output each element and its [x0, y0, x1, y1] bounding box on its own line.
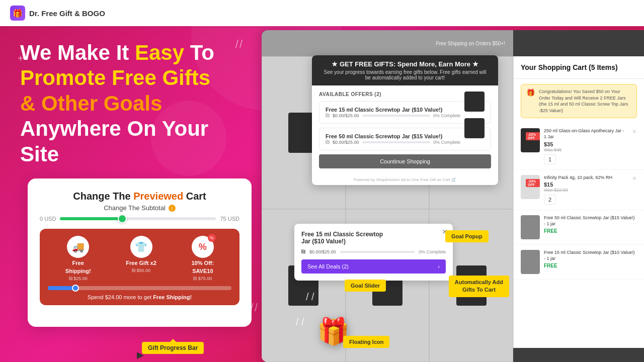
cart-item-4-name: Free 15 ml Classic Screwtop Jar ($10 Val…	[544, 250, 637, 261]
cart-item-1-info: 250 ml Glass-on-Glass Apothecary Jar - 1…	[544, 128, 628, 164]
cart-item-4: Free 15 ml Classic Screwtop Jar ($10 Val…	[514, 245, 644, 280]
cart-item-1-qty[interactable]: 1	[544, 154, 556, 164]
cart-item-3-img	[521, 215, 540, 239]
offer-2-pct: 0% Complete	[433, 140, 460, 145]
shipping-bar: Free Shipping on Orders $50+!	[262, 30, 513, 56]
cart-item-1-was: Was $45	[544, 147, 628, 152]
offer-2-progress: ₪ $0.00/$25.00 0% Complete	[326, 139, 460, 145]
step-2: 👕 Free Gift x2 ₪ $50.00	[126, 236, 156, 281]
goal-slider-title: Free 15 ml Classic ScrewtopJar ($10 Valu…	[301, 231, 446, 245]
progress-message: Spend $24.00 more to get Free Shipping!	[48, 294, 231, 300]
powered-by: Powered by ShopDoctors' All-In-One Free …	[312, 174, 498, 185]
offer-2-icon: ₪	[326, 139, 330, 145]
heading-line1-end: To	[184, 41, 214, 64]
progress-bar-fill	[48, 286, 75, 290]
goal-popup-subtitle: See your progress towards earning free g…	[319, 69, 491, 80]
cart-preview-title: Change The Previewed Cart	[40, 191, 239, 202]
step-3-save: SAVE10	[192, 268, 213, 274]
offer-1-img	[464, 92, 485, 112]
offer-item-2: Free 50 ml Classic Screwtop Jar ($15 Val…	[319, 128, 491, 150]
heading-goals: & Other Goals	[20, 92, 162, 115]
heading-easy: Easy	[135, 41, 184, 64]
info-dot: i	[169, 205, 176, 212]
cart-preview-card: Change The Previewed Cart Change The Sub…	[28, 178, 252, 327]
cart-item-3-info: Free 50 ml Classic Screwtop Jar ($15 Val…	[544, 215, 637, 233]
step-3-amount: ₪ $75.00	[193, 276, 212, 281]
goal-popup-callout-label: Goal Popup	[445, 230, 489, 242]
cart-item-3-name: Free 50 ml Classic Screwtop Jar ($15 Val…	[544, 215, 637, 227]
step-1-amount: ₪ $25.00	[69, 276, 88, 281]
slider-thumb	[118, 214, 127, 223]
cart-banner: 🎁 Congratulations! You Saved $50 on Your…	[521, 84, 637, 118]
right-section: Free Shipping on Orders $50+! ★ GET FREE…	[262, 30, 644, 362]
heading-site: Site	[20, 142, 59, 166]
main-heading: We Make It Easy To Promote Free Gifts & …	[20, 40, 262, 167]
offer-1-title: Free 15 ml Classic Screwtop Jar ($10 Val…	[326, 107, 460, 113]
cart-item-2-name: Infinity Pack 4g, 10 pack, 62% RH	[544, 175, 628, 181]
gift-progress-callout: Gift Progress Bar	[142, 342, 204, 354]
goal-popup-header: ★ GET FREE GIFTS: Spend More, Earn More …	[312, 55, 498, 85]
cart-item-2-img	[521, 175, 540, 199]
goal-slider-progress: ₪ $0.00/$25.00 0% Complete	[301, 249, 446, 254]
heading-line1-plain: We Make It	[20, 41, 135, 64]
see-all-deals-btn[interactable]: See All Deals (2) ›	[301, 259, 446, 274]
goal-popup-title: ★ GET FREE GIFTS: Spend More, Earn More …	[319, 60, 491, 68]
step-2-amount: ₪ $50.00	[132, 268, 150, 273]
heading-promote: Promote Free Gifts	[20, 66, 210, 89]
goal-slider-callout-label: Goal Slider	[345, 280, 386, 292]
cart-item-2-remove[interactable]: ✕	[632, 175, 637, 182]
cart-item-1-name: 250 ml Glass-on-Glass Apothecary Jar - 1…	[544, 128, 628, 140]
cart-item-1-remove[interactable]: ✕	[632, 128, 637, 135]
cart-item-3-free: FREE	[544, 228, 637, 234]
cart-item-4-free: FREE	[544, 263, 637, 268]
cart-item-2-qty[interactable]: 2	[544, 195, 556, 205]
cart-item-1-price: $35	[544, 141, 628, 147]
offer-row-2: Free 50 ml Classic Screwtop Jar ($15 Val…	[326, 133, 485, 145]
goal-slider-pct: 0% Complete	[419, 249, 446, 254]
goal-slider: ✕ Free 15 ml Classic ScrewtopJar ($10 Va…	[294, 224, 453, 281]
logo-text: Dr. Free Gift & BOGO	[29, 9, 105, 18]
step-2-label: Free Gift x2	[126, 260, 156, 266]
step-1-sublabel: Shipping!	[65, 268, 91, 274]
goal-popup: ★ GET FREE GIFTS: Spend More, Earn More …	[312, 55, 498, 185]
step-2-icon: 👕	[130, 236, 152, 258]
step-3-label: 10% Off:	[192, 260, 214, 266]
progress-widget: 🚚 Free Shipping! ₪ $25.00 👕 Free Gift x2…	[40, 229, 239, 305]
left-content: We Make It Easy To Promote Free Gifts & …	[20, 40, 262, 171]
floating-icon-callout-label: Floating Icon	[343, 336, 389, 348]
cart-item-4-info: Free 15 ml Classic Screwtop Jar ($10 Val…	[544, 250, 637, 268]
slider-row: 0 USD 75 USD	[40, 216, 239, 222]
chevron-right-icon: ›	[438, 263, 440, 269]
goal-slider-icon: ₪	[301, 249, 305, 254]
continue-shopping-btn[interactable]: Countinue Shopping	[319, 154, 491, 168]
step-1-icon: 🚚	[67, 236, 89, 258]
cart-item-1: -22% OFF 250 ml Glass-on-Glass Apothecar…	[514, 123, 644, 169]
slider-max: 75 USD	[220, 216, 239, 222]
cart-item-2-badge: -33% OFF	[526, 179, 540, 187]
header: 🎁 Dr. Free Gift & BOGO	[0, 0, 644, 26]
cart-item-3: Free 50 ml Classic Screwtop Jar ($15 Val…	[514, 210, 644, 245]
progress-bar-track	[48, 286, 231, 290]
cart-banner-text: Congratulations! You Saved $50 on Your O…	[539, 88, 631, 114]
slider-fill	[60, 217, 122, 220]
step-3: % % 10% Off: SAVE10 ₪ $75.00	[192, 236, 214, 281]
offer-2-title: Free 50 ml Classic Screwtop Jar ($15 Val…	[326, 133, 460, 139]
offer-1-bar	[362, 115, 430, 117]
cart-item-2-info: Infinity Pack 4g, 10 pack, 62% RH $15 Wa…	[544, 175, 628, 205]
step-1: 🚚 Free Shipping! ₪ $25.00	[65, 236, 91, 281]
step-3-icon: % %	[192, 236, 214, 258]
step-1-label: Free	[72, 260, 84, 266]
cart-item-2-price: $15	[544, 182, 628, 188]
logo: 🎁 Dr. Free Gift & BOGO	[10, 6, 105, 21]
goal-popup-body: AVAILABLE OFFERS (2) Free 15 ml Classic …	[312, 85, 498, 174]
offer-row-1: Free 15 ml Classic Screwtop Jar ($10 Val…	[326, 107, 485, 118]
offer-1-icon: ₪	[326, 113, 330, 118]
offer-2-img	[464, 118, 485, 138]
cart-item-1-badge: -22% OFF	[526, 132, 540, 140]
goal-slider-bar	[340, 251, 415, 253]
offer-1-pct: 0% Complete	[433, 113, 460, 118]
sparkle-1: / /	[306, 291, 314, 303]
auto-add-callout-label: Automatically AddGifts To Cart	[449, 276, 509, 297]
slider-track[interactable]	[60, 217, 216, 220]
logo-icon: 🎁	[10, 6, 25, 21]
